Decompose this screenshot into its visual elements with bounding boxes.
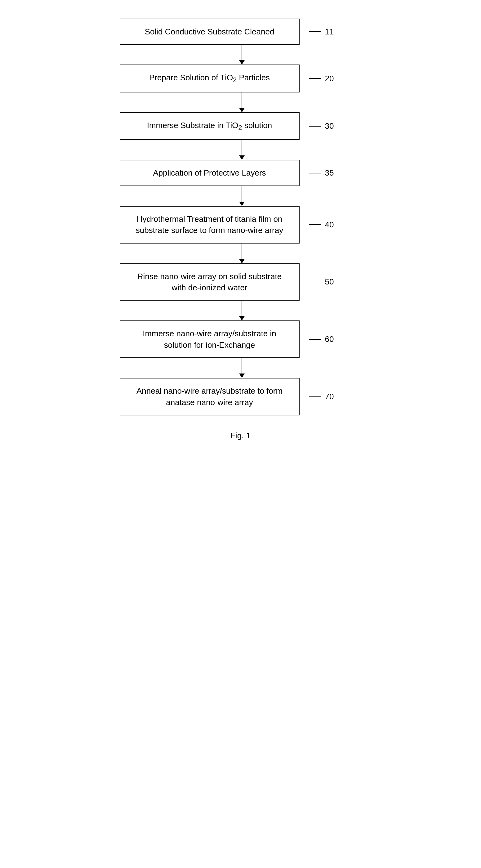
arrow-head bbox=[239, 155, 245, 160]
arrow-6 bbox=[151, 301, 330, 320]
arrow-head bbox=[239, 108, 245, 112]
arrow-4 bbox=[151, 186, 330, 206]
arrow-3 bbox=[151, 140, 330, 160]
step-box-35: Application of Protective Layers bbox=[120, 160, 299, 186]
arrow-head bbox=[239, 202, 245, 206]
step-label-20: 20 bbox=[309, 74, 334, 84]
arrow-shaft bbox=[242, 244, 242, 259]
step-number-40: 40 bbox=[325, 220, 334, 229]
step-box-60: Immerse nano-wire array/substrate in sol… bbox=[120, 320, 299, 358]
flow-step-20: Prepare Solution of TiO2 Particles 20 bbox=[120, 64, 362, 92]
step-label-line-35 bbox=[309, 173, 321, 174]
step-label-line-11 bbox=[309, 31, 321, 32]
arrow-shaft bbox=[242, 186, 242, 202]
step-label-line-40 bbox=[309, 224, 321, 225]
step-box-20: Prepare Solution of TiO2 Particles bbox=[120, 64, 299, 92]
flow-step-50: Rinse nano-wire array on solid substrate… bbox=[120, 264, 362, 301]
step-number-11: 11 bbox=[325, 27, 334, 37]
flow-step-40: Hydrothermal Treatment of titania film o… bbox=[120, 206, 362, 244]
flow-step-11: Solid Conductive Substrate Cleaned 11 bbox=[120, 19, 362, 45]
step-box-11: Solid Conductive Substrate Cleaned bbox=[120, 19, 299, 45]
step-text-40: Hydrothermal Treatment of titania film o… bbox=[130, 213, 290, 236]
flow-step-35: Application of Protective Layers 35 bbox=[120, 160, 362, 186]
step-box-50: Rinse nano-wire array on solid substrate… bbox=[120, 264, 299, 301]
step-label-70: 70 bbox=[309, 392, 334, 401]
step-label-line-30 bbox=[309, 126, 321, 127]
arrow-shaft bbox=[242, 358, 242, 373]
step-label-11: 11 bbox=[309, 27, 334, 37]
step-label-60: 60 bbox=[309, 334, 334, 344]
arrow-7 bbox=[151, 358, 330, 378]
step-text-35: Application of Protective Layers bbox=[153, 167, 266, 178]
step-label-35: 35 bbox=[309, 168, 334, 178]
step-number-30: 30 bbox=[325, 121, 334, 131]
step-number-60: 60 bbox=[325, 334, 334, 344]
figure-label: Fig. 1 bbox=[230, 431, 251, 440]
step-label-30: 30 bbox=[309, 121, 334, 131]
step-label-line-70 bbox=[309, 397, 321, 397]
step-box-70: Anneal nano-wire array/substrate to form… bbox=[120, 378, 299, 415]
flow-step-30: Immerse Substrate in TiO2 solution 30 bbox=[120, 112, 362, 140]
flow-step-70: Anneal nano-wire array/substrate to form… bbox=[120, 378, 362, 415]
arrow-1 bbox=[151, 45, 330, 64]
arrow-shaft bbox=[242, 301, 242, 316]
arrow-head bbox=[239, 316, 245, 320]
arrow-shaft bbox=[242, 140, 242, 155]
arrow-2 bbox=[151, 92, 330, 112]
step-label-line-60 bbox=[309, 339, 321, 340]
step-number-20: 20 bbox=[325, 74, 334, 84]
step-label-line-50 bbox=[309, 282, 321, 282]
step-number-70: 70 bbox=[325, 392, 334, 401]
step-label-50: 50 bbox=[309, 277, 334, 287]
arrow-shaft bbox=[242, 92, 242, 108]
step-label-40: 40 bbox=[309, 220, 334, 229]
flow-step-60: Immerse nano-wire array/substrate in sol… bbox=[120, 320, 362, 358]
step-text-11: Solid Conductive Substrate Cleaned bbox=[145, 26, 275, 37]
step-number-50: 50 bbox=[325, 277, 334, 287]
flowchart-diagram: Solid Conductive Substrate Cleaned 11 Pr… bbox=[120, 19, 362, 440]
arrow-head bbox=[239, 259, 245, 264]
step-text-20: Prepare Solution of TiO2 Particles bbox=[149, 72, 270, 85]
arrow-head bbox=[239, 60, 245, 64]
step-text-60: Immerse nano-wire array/substrate in sol… bbox=[130, 328, 290, 350]
step-text-70: Anneal nano-wire array/substrate to form… bbox=[130, 385, 290, 408]
arrow-head bbox=[239, 373, 245, 378]
arrow-shaft bbox=[242, 45, 242, 60]
step-box-30: Immerse Substrate in TiO2 solution bbox=[120, 112, 299, 140]
arrow-5 bbox=[151, 244, 330, 264]
step-box-40: Hydrothermal Treatment of titania film o… bbox=[120, 206, 299, 244]
step-label-line-20 bbox=[309, 78, 321, 79]
step-text-50: Rinse nano-wire array on solid substrate… bbox=[130, 271, 290, 293]
step-number-35: 35 bbox=[325, 168, 334, 178]
step-text-30: Immerse Substrate in TiO2 solution bbox=[147, 120, 272, 133]
